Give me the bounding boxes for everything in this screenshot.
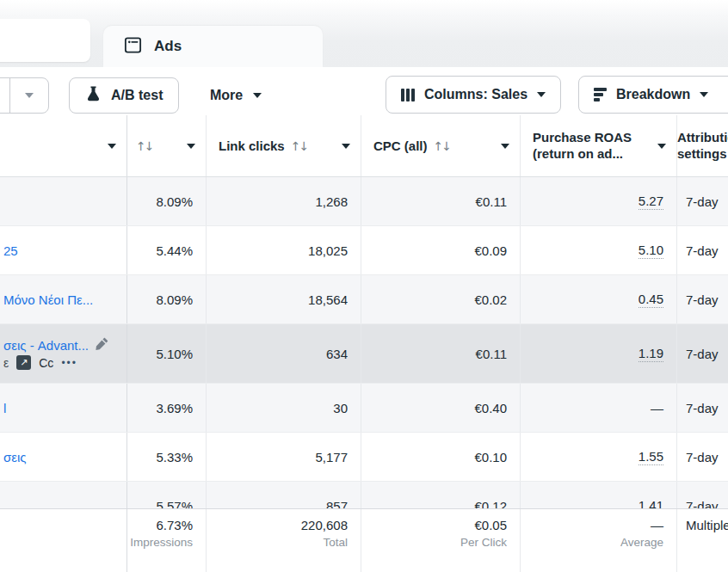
summary-attr-value: Multiple	[686, 516, 728, 535]
ad-name-link[interactable]: Μόνο Νέοι Πε...	[3, 292, 93, 307]
summary-ctr-cell: 6.73% Per Impressions	[127, 509, 207, 572]
chevron-down-icon	[537, 92, 546, 97]
ad-name-line: σεις - Advant...	[3, 337, 108, 353]
ad-name-line: σεις	[3, 450, 27, 464]
ctr-cell: 5.44%	[127, 226, 207, 274]
roas-cell: 0.45	[521, 275, 677, 323]
roas-value: 0.45	[639, 292, 663, 308]
link-clicks-cell: 18,025	[207, 226, 361, 274]
link-clicks-cell: 5,177	[207, 433, 361, 481]
attribution-cell: 7-day	[677, 226, 728, 274]
header-purchase-roas[interactable]: Purchase ROAS (return on ad...	[521, 115, 677, 176]
view-charts-icon[interactable]: ↗	[16, 355, 31, 370]
roas-cell: —	[521, 384, 677, 432]
edit-pencil-icon[interactable]	[96, 337, 108, 353]
cpc-cell: €0.11	[361, 177, 521, 225]
link-clicks-label: Link clicks	[219, 138, 285, 153]
cpc-label: CPC (all)	[373, 138, 428, 153]
ad-name-cell: 25	[0, 226, 127, 274]
summary-name-cell	[0, 509, 127, 572]
filter-caret-icon[interactable]	[108, 144, 126, 149]
header-attribution-setting[interactable]: Attribution settings	[677, 115, 728, 176]
filter-caret-icon[interactable]	[501, 144, 520, 149]
table-row[interactable]: σεις - Advant...ε↗Cc•••5.10%634€0.111.19…	[0, 324, 728, 384]
ad-name-line: 25	[3, 243, 18, 258]
roas-value: 1.55	[639, 449, 663, 465]
toolbar: A/B test More Columns: Sales Breakdown	[0, 67, 728, 115]
attr-label-line2: settings	[677, 146, 728, 163]
summary-ctr-label: Per Impressions	[127, 535, 193, 550]
header-link-clicks[interactable]: Link clicks ↑↓	[207, 115, 361, 176]
breakdown-button[interactable]: Breakdown	[578, 76, 728, 114]
ctr-cell: 3.69%	[127, 384, 207, 432]
more-options-icon[interactable]: •••	[61, 357, 77, 369]
ads-tab-label: Ads	[154, 38, 182, 55]
attribution-cell: 7-day	[677, 275, 728, 323]
more-button[interactable]: More	[205, 77, 267, 114]
header-ad-name[interactable]	[0, 115, 127, 176]
attribution-cell: 7-day	[677, 384, 728, 432]
table-row[interactable]: l3.69%30€0.40—7-day	[0, 384, 728, 433]
attribution-cell: 7-day	[677, 177, 728, 225]
summary-cpc-label: Per Click	[460, 535, 507, 550]
ab-test-button[interactable]: A/B test	[69, 77, 179, 114]
cc-label[interactable]: Cc	[39, 356, 53, 370]
roas-cell: 5.10	[521, 226, 677, 274]
cpc-cell: €0.10	[361, 433, 521, 481]
filter-caret-icon[interactable]	[187, 144, 206, 149]
table-row[interactable]: Μόνο Νέοι Πε...8.09%18,564€0.020.457-day	[0, 275, 728, 324]
roas-cell: 1.55	[521, 433, 677, 481]
summary-cpc-value: €0.05	[474, 516, 507, 535]
edit-split-button[interactable]	[0, 77, 49, 114]
ad-name-cell: σεις	[0, 433, 127, 481]
ad-name-link[interactable]: σεις - Advant...	[3, 338, 89, 353]
ad-name-cell	[0, 177, 127, 225]
summary-clicks-value: 220,608	[301, 516, 348, 535]
summary-roas-label: Average	[620, 535, 663, 550]
header-cpc[interactable]: CPC (all) ↑↓	[361, 115, 521, 176]
roas-value: 1.19	[639, 346, 663, 362]
table-row[interactable]: 255.44%18,025€0.095.107-day	[0, 226, 728, 275]
link-clicks-cell: 1,268	[207, 177, 361, 225]
more-label: More	[210, 88, 243, 103]
summary-roas-cell: — Average	[521, 509, 677, 572]
summary-clicks-cell: 220,608 Total	[207, 509, 361, 572]
link-clicks-cell: 634	[207, 324, 361, 383]
attribution-cell: 7-day	[677, 433, 728, 481]
chevron-down-icon	[700, 92, 708, 97]
attribution-cell: 7-day	[677, 324, 728, 383]
filter-caret-icon[interactable]	[657, 144, 676, 149]
sort-icon: ↑↓	[136, 139, 152, 153]
columns-button[interactable]: Columns: Sales	[386, 76, 561, 114]
tab-ads[interactable]: Ads	[103, 26, 323, 67]
tab-ad-sets-partial[interactable]	[0, 19, 90, 62]
cpc-cell: €0.09	[361, 226, 521, 274]
header-ctr[interactable]: ↑↓	[127, 115, 207, 176]
roas-value: 5.10	[639, 243, 663, 259]
chevron-down-icon	[25, 93, 34, 98]
summary-roas-value: —	[651, 516, 663, 535]
ad-name-fragment: ε	[3, 356, 9, 370]
columns-icon	[401, 89, 415, 101]
table-row[interactable]: σεις5.33%5,177€0.101.557-day	[0, 433, 728, 482]
filter-caret-icon[interactable]	[342, 144, 361, 149]
ad-name-link[interactable]: σεις	[3, 450, 27, 464]
ads-manager-screen: Ads A/B test More Columns: Sales	[0, 0, 728, 572]
roas-cell: 1.19	[521, 324, 677, 383]
sort-icon: ↑↓	[291, 139, 307, 153]
ads-tab-icon	[123, 35, 143, 58]
ad-name-cell: σεις - Advant...ε↗Cc•••	[0, 324, 127, 383]
roas-value: —	[651, 401, 663, 415]
breakdown-icon	[594, 88, 607, 101]
row-quick-actions: ε↗Cc•••	[3, 355, 77, 370]
ad-name-line: l	[3, 401, 6, 415]
split-button-caret-zone[interactable]	[9, 78, 49, 113]
cpc-cell: €0.02	[361, 275, 521, 323]
chevron-down-icon	[253, 93, 262, 98]
ad-name-link[interactable]: 25	[3, 243, 18, 258]
columns-label: Columns: Sales	[424, 87, 527, 102]
table-row[interactable]: 8.09%1,268€0.115.277-day	[0, 177, 728, 226]
link-clicks-cell: 18,564	[207, 275, 361, 323]
ad-name-link[interactable]: l	[3, 401, 6, 415]
cpc-cell: €0.40	[361, 384, 521, 432]
